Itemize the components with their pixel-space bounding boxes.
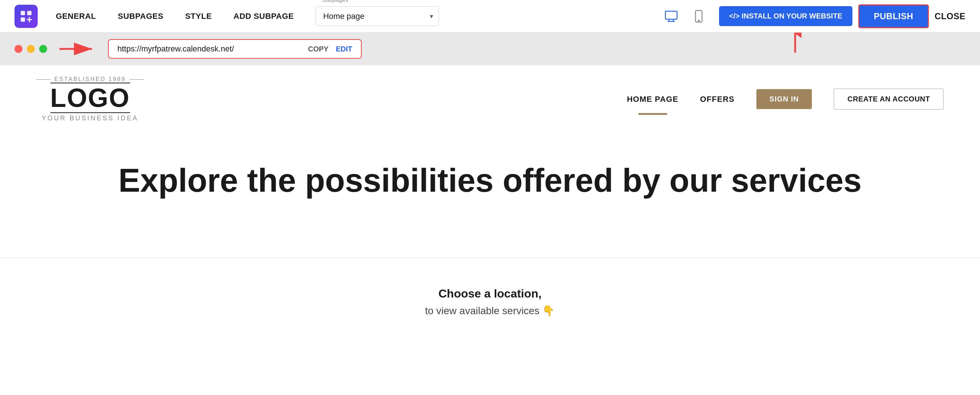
site-hero: Explore the possibilities offered by our…: [0, 133, 980, 243]
svg-rect-0: [21, 11, 25, 15]
close-dot[interactable]: [14, 45, 22, 53]
subpages-label: Subpages: [320, 0, 350, 3]
nav-subpages[interactable]: SUBPAGES: [118, 11, 164, 21]
svg-rect-2: [21, 18, 25, 22]
url-bar[interactable]: https://myrfpatrew.calendesk.net/ COPY E…: [108, 39, 362, 59]
publish-button[interactable]: PUBLISH: [858, 4, 929, 28]
site-signin-button[interactable]: SIGN IN: [756, 89, 812, 109]
section-divider: [0, 258, 980, 258]
minimize-dot[interactable]: [27, 45, 35, 53]
site-header: ESTABLISHED 1989 LOGO YOUR BUSINESS IDEA…: [0, 65, 980, 133]
arrow-to-url: [56, 38, 99, 60]
mobile-icon[interactable]: [689, 7, 708, 26]
site-nav: HOME PAGE OFFERS SIGN IN CREATE AN ACCOU…: [627, 88, 944, 110]
svg-rect-1: [27, 11, 32, 15]
nav-add-subpage[interactable]: ADD SUBPAGE: [234, 11, 294, 21]
site-nav-home[interactable]: HOME PAGE: [627, 95, 678, 104]
nav-style[interactable]: STYLE: [185, 11, 212, 21]
site-nav-offers[interactable]: OFFERS: [700, 95, 735, 104]
svg-point-8: [698, 20, 699, 21]
url-text: https://myrfpatrew.calendesk.net/: [118, 44, 301, 54]
toolbar: GENERAL SUBPAGES STYLE ADD SUBPAGE Subpa…: [0, 0, 980, 33]
choose-subtitle: to view available services 👇: [0, 305, 980, 317]
svg-rect-3: [665, 11, 677, 19]
desktop-icon[interactable]: [662, 7, 681, 26]
edit-button[interactable]: EDIT: [336, 45, 352, 53]
subpages-select[interactable]: Home page About Contact: [316, 6, 439, 26]
app-logo[interactable]: [14, 5, 38, 28]
website-preview: ESTABLISHED 1989 LOGO YOUR BUSINESS IDEA…: [0, 65, 980, 391]
browser-chrome: https://myrfpatrew.calendesk.net/ COPY E…: [0, 33, 980, 65]
maximize-dot[interactable]: [39, 45, 47, 53]
copy-button[interactable]: COPY: [308, 45, 329, 53]
device-icons: [662, 7, 708, 26]
logo-main-text: LOGO: [50, 83, 130, 113]
browser-dots: [14, 45, 47, 53]
established-text: ESTABLISHED 1989: [36, 76, 144, 83]
site-logo: ESTABLISHED 1989 LOGO YOUR BUSINESS IDEA: [36, 76, 144, 122]
install-button[interactable]: </> INSTALL ON YOUR WEBSITE: [719, 6, 853, 26]
close-button[interactable]: CLOSE: [935, 11, 966, 21]
logo-sub-text: YOUR BUSINESS IDEA: [42, 115, 138, 122]
choose-title: Choose a location,: [0, 287, 980, 300]
choose-location-section: Choose a location, to view available ser…: [0, 272, 980, 331]
toolbar-nav: GENERAL SUBPAGES STYLE ADD SUBPAGE: [56, 11, 294, 21]
nav-general[interactable]: GENERAL: [56, 11, 96, 21]
hero-title: Explore the possibilities offered by our…: [36, 162, 944, 200]
site-create-account-button[interactable]: CREATE AN ACCOUNT: [834, 88, 944, 110]
subpages-dropdown-wrapper: Subpages Home page About Contact ▾: [316, 6, 439, 26]
